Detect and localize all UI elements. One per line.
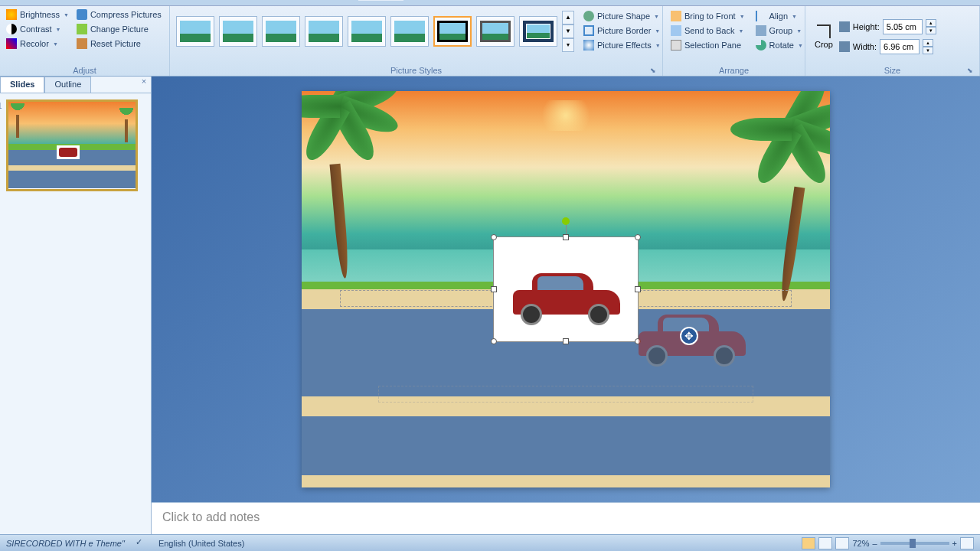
contrast-button[interactable]: Contrast▼ <box>3 22 72 36</box>
gallery-nav: ▲ ▼ ▾ <box>562 11 574 52</box>
slide[interactable]: ✥ <box>302 91 830 487</box>
fit-window-button[interactable] <box>960 537 974 549</box>
spellcheck-icon[interactable]: ✓ <box>136 537 148 549</box>
chevron-down-icon: ▼ <box>655 43 661 48</box>
style-item-6[interactable] <box>390 16 429 47</box>
style-item-2[interactable] <box>219 16 257 47</box>
slide-thumbnail-1[interactable]: 1 <box>6 99 138 191</box>
gallery-up[interactable]: ▲ <box>562 11 574 24</box>
reset-picture-icon <box>77 38 87 49</box>
style-item-5[interactable] <box>348 16 386 47</box>
width-down[interactable]: ▼ <box>923 47 933 54</box>
change-picture-label: Change Picture <box>90 24 149 34</box>
height-input[interactable] <box>883 19 923 34</box>
ribbon: Brightness▼ Contrast▼ Recolor▼ Compress … <box>0 6 980 77</box>
style-item-1[interactable] <box>176 16 214 47</box>
resize-handle[interactable] <box>635 234 641 240</box>
change-picture-button[interactable]: Change Picture <box>74 22 165 36</box>
height-up[interactable]: ▲ <box>926 19 936 27</box>
width-up[interactable]: ▲ <box>923 39 933 47</box>
align-button[interactable]: Align▼ <box>753 9 806 23</box>
effects-icon <box>583 40 594 51</box>
size-group-label: Size⬊ <box>808 65 976 76</box>
tab-animations[interactable]: Animations <box>155 0 215 1</box>
placeholder-outline-2 <box>378 386 753 403</box>
style-item-3[interactable] <box>262 16 300 47</box>
compress-button[interactable]: Compress Pictures <box>74 8 165 21</box>
view-sorter-button[interactable] <box>818 537 832 549</box>
style-item-9[interactable] <box>519 16 557 47</box>
back-icon <box>671 25 681 36</box>
styles-launcher[interactable]: ⬊ <box>648 67 658 76</box>
group-arrange: Bring to Front▼ Send to Back▼ Selection … <box>663 6 805 76</box>
zoom-in-button[interactable]: + <box>952 539 957 548</box>
picture-shape-button[interactable]: Picture Shape▼ <box>580 9 664 23</box>
tab-view[interactable]: View <box>322 0 359 1</box>
group-obj-label: Group <box>769 26 793 35</box>
resize-handle[interactable] <box>491 234 497 240</box>
width-input[interactable] <box>880 39 920 54</box>
change-picture-icon <box>77 24 87 34</box>
gallery-more[interactable]: ▾ <box>562 38 574 52</box>
resize-handle[interactable] <box>491 338 497 344</box>
picture-shape-label: Picture Shape <box>597 11 650 21</box>
group-icon <box>756 25 766 36</box>
selection-pane-button[interactable]: Selection Pane <box>668 38 748 52</box>
main-area: Slides Outline × 1 <box>0 77 980 534</box>
tab-review[interactable]: Review <box>276 0 322 1</box>
tab-insert[interactable]: Insert <box>71 0 111 1</box>
notes-pane[interactable]: Click to add notes <box>152 502 980 534</box>
picture-border-button[interactable]: Picture Border▼ <box>580 24 664 37</box>
rotation-handle[interactable] <box>562 217 570 225</box>
palm-right <box>746 118 830 302</box>
style-item-8[interactable] <box>476 16 514 47</box>
height-down[interactable]: ▼ <box>926 27 936 34</box>
gallery-down[interactable]: ▼ <box>562 24 574 38</box>
status-language[interactable]: English (United States) <box>158 539 245 548</box>
group-button[interactable]: Group▼ <box>753 24 806 37</box>
rotate-icon <box>756 40 766 51</box>
resize-handle[interactable] <box>491 286 497 292</box>
selection-pane-icon <box>671 40 681 51</box>
style-item-7[interactable] <box>433 16 472 47</box>
view-slideshow-button[interactable] <box>835 537 849 549</box>
send-back-button[interactable]: Send to Back▼ <box>668 24 748 37</box>
tab-format[interactable]: Format <box>358 0 403 1</box>
arrange-group-label: Arrange <box>666 65 802 76</box>
brightness-button[interactable]: Brightness▼ <box>3 8 72 21</box>
recolor-button[interactable]: Recolor▼ <box>3 37 72 51</box>
tab-slideshow[interactable]: Slide Show <box>216 0 276 1</box>
view-normal-button[interactable] <box>802 537 815 549</box>
tab-design[interactable]: Design <box>111 0 155 1</box>
pane-close-button[interactable]: × <box>137 77 151 93</box>
style-item-4[interactable] <box>305 16 343 47</box>
reset-picture-label: Reset Picture <box>90 39 141 48</box>
picture-effects-button[interactable]: Picture Effects▼ <box>580 38 664 52</box>
resize-handle[interactable] <box>563 338 569 344</box>
palm-left <box>302 95 386 279</box>
adjust-group-label: Adjust <box>3 65 166 76</box>
zoom-slider[interactable] <box>880 542 949 545</box>
canvas-area: ✥ Click to add notes <box>152 77 980 534</box>
thumb-number: 1 <box>0 102 2 110</box>
tab-home[interactable]: Home <box>31 0 71 1</box>
status-bar: SIRECORDED WITH e Theme" ✓ English (Unit… <box>0 534 980 551</box>
tab-outline[interactable]: Outline <box>44 77 91 93</box>
chevron-down-icon: ▼ <box>56 27 61 32</box>
size-launcher[interactable]: ⬊ <box>965 67 975 76</box>
chevron-down-icon: ▼ <box>655 28 660 34</box>
resize-handle[interactable] <box>635 286 641 292</box>
bring-front-button[interactable]: Bring to Front▼ <box>668 9 748 23</box>
chevron-down-icon: ▼ <box>796 28 802 34</box>
reset-picture-button[interactable]: Reset Picture <box>74 37 165 51</box>
zoom-level[interactable]: 72% <box>852 539 869 548</box>
height-icon <box>839 21 850 32</box>
crop-button[interactable]: Crop <box>812 23 836 51</box>
tab-slides[interactable]: Slides <box>0 77 44 93</box>
zoom-out-button[interactable]: – <box>872 539 877 548</box>
rotate-label: Rotate <box>769 41 794 50</box>
rotate-button[interactable]: Rotate▼ <box>753 38 806 52</box>
width-icon <box>839 41 850 52</box>
selected-picture[interactable] <box>493 236 639 342</box>
resize-handle[interactable] <box>563 234 569 240</box>
